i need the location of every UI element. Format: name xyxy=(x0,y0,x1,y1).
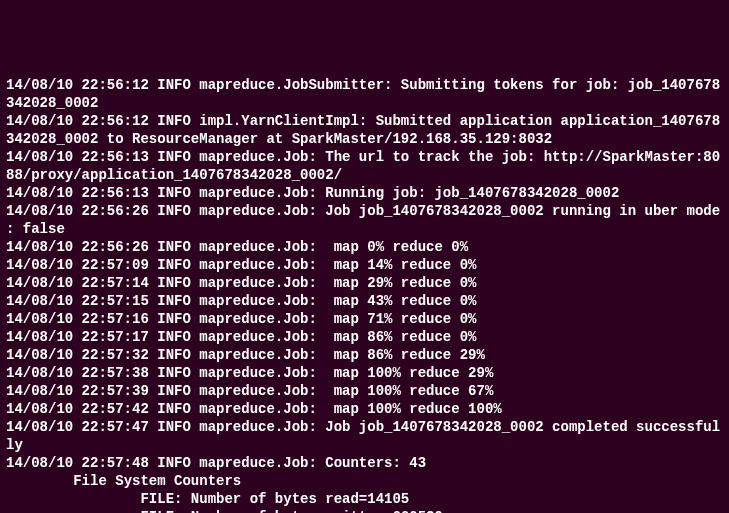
terminal-line: 14/08/10 22:57:09 INFO mapreduce.Job: ma… xyxy=(6,256,723,274)
terminal-output: 14/08/10 22:56:12 INFO mapreduce.JobSubm… xyxy=(6,76,723,513)
terminal-line: 14/08/10 22:56:26 INFO mapreduce.Job: Jo… xyxy=(6,202,723,238)
terminal-line: 14/08/10 22:56:26 INFO mapreduce.Job: ma… xyxy=(6,238,723,256)
terminal-line: 14/08/10 22:56:13 INFO mapreduce.Job: Th… xyxy=(6,148,723,184)
terminal-line: 14/08/10 22:56:12 INFO mapreduce.JobSubm… xyxy=(6,76,723,112)
terminal-line: 14/08/10 22:57:38 INFO mapreduce.Job: ma… xyxy=(6,364,723,382)
terminal-line: 14/08/10 22:57:48 INFO mapreduce.Job: Co… xyxy=(6,454,723,472)
terminal-line: File System Counters xyxy=(6,472,723,490)
terminal-line: 14/08/10 22:57:17 INFO mapreduce.Job: ma… xyxy=(6,328,723,346)
terminal-line: 14/08/10 22:57:16 INFO mapreduce.Job: ma… xyxy=(6,310,723,328)
terminal-line: 14/08/10 22:57:39 INFO mapreduce.Job: ma… xyxy=(6,382,723,400)
terminal-line: 14/08/10 22:57:15 INFO mapreduce.Job: ma… xyxy=(6,292,723,310)
terminal-line: 14/08/10 22:56:13 INFO mapreduce.Job: Ru… xyxy=(6,184,723,202)
terminal-line: FILE: Number of bytes written=660539 xyxy=(6,508,723,513)
terminal-line: 14/08/10 22:57:47 INFO mapreduce.Job: Jo… xyxy=(6,418,723,454)
terminal-line: 14/08/10 22:56:12 INFO impl.YarnClientIm… xyxy=(6,112,723,148)
terminal-line: FILE: Number of bytes read=14105 xyxy=(6,490,723,508)
terminal-line: 14/08/10 22:57:14 INFO mapreduce.Job: ma… xyxy=(6,274,723,292)
terminal-line: 14/08/10 22:57:42 INFO mapreduce.Job: ma… xyxy=(6,400,723,418)
terminal-line: 14/08/10 22:57:32 INFO mapreduce.Job: ma… xyxy=(6,346,723,364)
